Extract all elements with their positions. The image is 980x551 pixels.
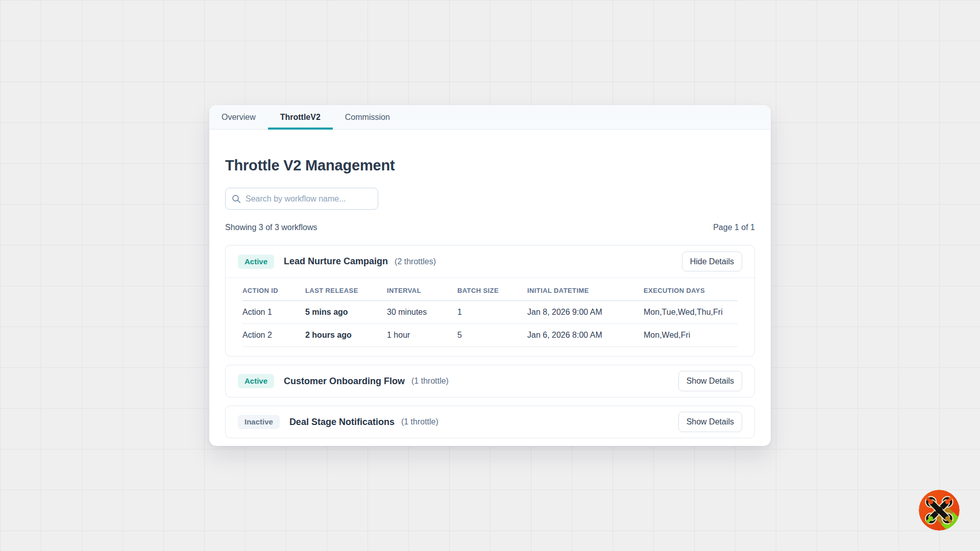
table-header-row: ACTION ID LAST RELEASE INTERVAL BATCH SI…: [242, 278, 738, 301]
tab-bar: Overview ThrottleV2 Commission: [209, 105, 771, 130]
cell-last-release: 5 mins ago: [305, 301, 387, 324]
workflow-card-lead-nurture: Active Lead Nurture Campaign (2 throttle…: [225, 245, 755, 357]
cell-execution-days: Mon,Tue,Wed,Thu,Fri: [644, 301, 738, 324]
col-header-action-id: ACTION ID: [242, 278, 305, 301]
throttle-table-wrap: ACTION ID LAST RELEASE INTERVAL BATCH SI…: [226, 278, 754, 356]
col-header-last-release: LAST RELEASE: [305, 278, 387, 301]
col-header-interval: INTERVAL: [387, 278, 457, 301]
workflow-card-customer-onboarding: Active Customer Onboarding Flow (1 throt…: [225, 365, 755, 397]
status-badge: Active: [238, 255, 274, 269]
table-row: Action 1 5 mins ago 30 minutes 1 Jan 8, …: [242, 301, 738, 324]
show-details-button[interactable]: Show Details: [678, 371, 742, 391]
tab-overview[interactable]: Overview: [209, 105, 268, 129]
workflow-card-header: Active Lead Nurture Campaign (2 throttle…: [226, 245, 754, 278]
workflow-search: [225, 188, 378, 210]
cell-execution-days: Mon,Wed,Fri: [644, 324, 738, 347]
search-input[interactable]: [246, 194, 372, 204]
hide-details-button[interactable]: Hide Details: [682, 252, 742, 271]
pagination-label: Page 1 of 1: [713, 223, 755, 232]
throttle-count: (1 throttle): [411, 377, 449, 386]
tab-commission[interactable]: Commission: [333, 105, 402, 129]
workflow-name: Deal Stage Notifications: [289, 417, 395, 428]
cell-interval: 30 minutes: [387, 301, 457, 324]
tab-content: Throttle V2 Management Showing 3 of 3 wo…: [209, 130, 771, 446]
workflow-list: Active Lead Nurture Campaign (2 throttle…: [225, 245, 755, 438]
workflow-name: Customer Onboarding Flow: [284, 376, 405, 387]
throttle-table: ACTION ID LAST RELEASE INTERVAL BATCH SI…: [242, 278, 738, 347]
tab-throttlev2[interactable]: ThrottleV2: [268, 105, 333, 129]
cell-batch-size: 5: [457, 324, 527, 347]
showing-count-label: Showing 3 of 3 workflows: [225, 223, 317, 232]
cell-action-id: Action 1: [242, 301, 305, 324]
col-header-batch-size: BATCH SIZE: [457, 278, 527, 301]
cell-batch-size: 1: [457, 301, 527, 324]
cell-initial-datetime: Jan 8, 2026 9:00 AM: [527, 301, 644, 324]
show-details-button[interactable]: Show Details: [678, 412, 742, 432]
workflow-card-header: Active Customer Onboarding Flow (1 throt…: [226, 365, 754, 397]
page-title: Throttle V2 Management: [225, 157, 755, 174]
search-icon: [232, 194, 241, 204]
throttle-count: (2 throttles): [395, 257, 436, 266]
workflow-card-deal-stage: Inactive Deal Stage Notifications (1 thr…: [225, 406, 755, 438]
table-row: Action 2 2 hours ago 1 hour 5 Jan 6, 202…: [242, 324, 738, 347]
cell-action-id: Action 2: [242, 324, 305, 347]
status-badge: Inactive: [238, 415, 280, 429]
cell-last-release: 2 hours ago: [305, 324, 387, 347]
throttle-count: (1 throttle): [401, 417, 438, 427]
status-badge: Active: [238, 374, 274, 388]
desktop-background: { "tabs": [ { "label": "Overview", "acti…: [0, 0, 980, 551]
col-header-execution-days: EXECUTION DAYS: [644, 278, 738, 301]
crossed-wrenches-watermark-icon[interactable]: [919, 490, 960, 531]
results-summary-row: Showing 3 of 3 workflows Page 1 of 1: [225, 223, 755, 232]
workflow-card-header: Inactive Deal Stage Notifications (1 thr…: [226, 406, 754, 438]
throttle-management-panel: Overview ThrottleV2 Commission Throttle …: [209, 105, 771, 446]
col-header-initial-datetime: INITIAL DATETIME: [527, 278, 644, 301]
workflow-name: Lead Nurture Campaign: [284, 256, 388, 267]
cell-interval: 1 hour: [387, 324, 457, 347]
cell-initial-datetime: Jan 6, 2026 8:00 AM: [527, 324, 644, 347]
